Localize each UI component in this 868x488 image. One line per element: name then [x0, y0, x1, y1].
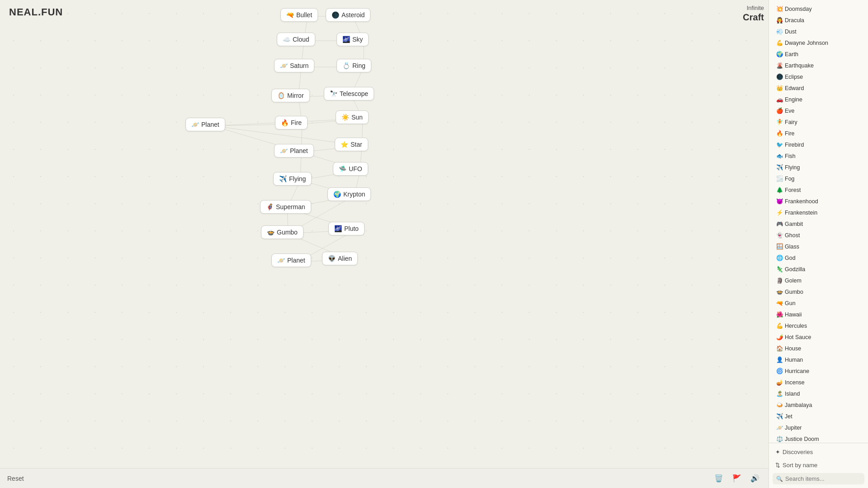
discoveries-button[interactable]: ✦ Discoveries: [773, 447, 864, 457]
node-fire[interactable]: 🔥Fire: [275, 116, 308, 129]
volume-icon[interactable]: 🔊: [749, 472, 761, 485]
node-telescope[interactable]: 🔭Telescope: [324, 87, 374, 100]
node-star[interactable]: ⭐Star: [335, 138, 368, 151]
sidebar-label: Godzilla: [785, 266, 805, 273]
craft-title: Infinite Craft: [743, 5, 764, 23]
sidebar-label: Dwayne Johnson: [785, 40, 828, 46]
sidebar-item-glass[interactable]: 🪟Glass: [773, 241, 864, 252]
node-sun[interactable]: ☀️Sun: [336, 110, 369, 124]
sidebar-item-dwayne-johnson[interactable]: 💪Dwayne Johnson: [773, 38, 864, 48]
node-bullet[interactable]: 🔫Bullet: [280, 8, 318, 22]
sidebar-item-house[interactable]: 🏠House: [773, 343, 864, 354]
sidebar-label: Forest: [785, 187, 801, 193]
node-gumbo[interactable]: 🍲Gumbo: [261, 225, 304, 239]
sidebar-item-frankenhood[interactable]: 😈Frankenhood: [773, 196, 864, 206]
sidebar-item-eclipse[interactable]: 🌑Eclipse: [773, 72, 864, 82]
sidebar-item-gun[interactable]: 🔫Gun: [773, 298, 864, 308]
sidebar-emoji: 🦎: [776, 266, 783, 273]
sidebar-item-hurricane[interactable]: 🌀Hurricane: [773, 366, 864, 376]
node-label-flying: Flying: [289, 175, 306, 182]
sidebar-item-dracula[interactable]: 🧛Dracula: [773, 15, 864, 25]
sidebar-item-justice-doom[interactable]: ⚖️Justice Doom: [773, 434, 864, 443]
sidebar-item-incense[interactable]: 🪔Incense: [773, 377, 864, 388]
node-ring[interactable]: 💍Ring: [337, 59, 371, 72]
node-alien[interactable]: 👽Alien: [322, 252, 358, 265]
node-sky[interactable]: 🌌Sky: [337, 33, 369, 46]
sidebar-emoji: 🚗: [776, 96, 783, 103]
node-emoji-flying: ✈️: [279, 175, 287, 182]
sidebar-item-human[interactable]: 👤Human: [773, 354, 864, 365]
node-krypton[interactable]: 🌍Krypton: [327, 187, 371, 201]
sidebar-emoji: 🪐: [776, 424, 783, 431]
sidebar-emoji: 👻: [776, 232, 783, 239]
sidebar-item-hot-sauce[interactable]: 🌶️Hot Sauce: [773, 332, 864, 342]
sidebar-item-hawaii[interactable]: 🌺Hawaii: [773, 309, 864, 320]
search-input[interactable]: [785, 475, 861, 482]
sidebar-item-godzilla[interactable]: 🦎Godzilla: [773, 264, 864, 274]
node-planet3[interactable]: 🪐Planet: [271, 254, 311, 267]
node-planet1[interactable]: 🪐Planet: [185, 118, 225, 131]
sidebar-item-gumbo[interactable]: 🍲Gumbo: [773, 287, 864, 297]
sidebar-item-earth[interactable]: 🌍Earth: [773, 49, 864, 59]
sidebar-item-earthquake[interactable]: 🌋Earthquake: [773, 60, 864, 71]
sidebar-item-doomsday[interactable]: 💥Doomsday: [773, 4, 864, 14]
sidebar-item-ghost[interactable]: 👻Ghost: [773, 230, 864, 240]
sidebar-item-god[interactable]: 🌐God: [773, 253, 864, 263]
sidebar-item-fairy[interactable]: 🧚Fairy: [773, 117, 864, 127]
sidebar-item-engine[interactable]: 🚗Engine: [773, 94, 864, 105]
sidebar-emoji: ✈️: [776, 164, 783, 171]
sidebar-item-island[interactable]: 🏝️Island: [773, 388, 864, 399]
sidebar-label: Gumbo: [785, 289, 803, 295]
reset-button[interactable]: Reset: [7, 475, 24, 482]
flag-icon[interactable]: 🚩: [730, 472, 743, 485]
node-label-krypton: Krypton: [343, 191, 365, 198]
node-planet2[interactable]: 🪐Planet: [274, 144, 314, 158]
sidebar-item-edward[interactable]: 👑Edward: [773, 83, 864, 93]
node-emoji-star: ⭐: [341, 141, 348, 148]
sidebar-label: Doomsday: [785, 6, 812, 12]
node-label-star: Star: [351, 141, 362, 148]
sidebar: 💥Doomsday🧛Dracula💨Dust💪Dwayne Johnson🌍Ea…: [768, 0, 868, 488]
bottom-bar: Reset 🗑️ 🚩 🔊: [0, 468, 768, 488]
sidebar-label: Island: [785, 391, 800, 397]
sidebar-emoji: 🌲: [776, 187, 783, 193]
node-ufo[interactable]: 🛸UFO: [333, 162, 368, 176]
node-emoji-bullet: 🔫: [286, 11, 294, 19]
sidebar-item-frankenstein[interactable]: ⚡Frankenstein: [773, 207, 864, 218]
node-label-saturn: Saturn: [290, 62, 308, 69]
node-pluto[interactable]: 🌌Pluto: [328, 222, 365, 235]
node-flying[interactable]: ✈️Flying: [273, 172, 312, 186]
trash-icon[interactable]: 🗑️: [712, 472, 725, 485]
sidebar-item-fire[interactable]: 🔥Fire: [773, 128, 864, 139]
node-emoji-superman: 🦸: [266, 203, 274, 211]
sort-button[interactable]: ⇅ Sort by name: [773, 460, 864, 470]
sidebar-item-fog[interactable]: 🌫️Fog: [773, 173, 864, 184]
sidebar-emoji: 😈: [776, 198, 783, 205]
sidebar-emoji: 🏝️: [776, 390, 783, 397]
node-asteroid[interactable]: 🌑Asteroid: [326, 8, 370, 22]
node-mirror[interactable]: 🪞Mirror: [271, 89, 310, 102]
sidebar-label: House: [785, 345, 801, 352]
sidebar-emoji: 🔫: [776, 300, 783, 306]
node-superman[interactable]: 🦸Superman: [260, 200, 311, 214]
sidebar-item-jambalaya[interactable]: 🍛Jambalaya: [773, 400, 864, 410]
node-saturn[interactable]: 🪐Saturn: [274, 59, 314, 72]
sidebar-item-jupiter[interactable]: 🪐Jupiter: [773, 422, 864, 433]
sidebar-item-firebird[interactable]: 🐦Firebird: [773, 139, 864, 150]
node-label-ufo: UFO: [349, 165, 362, 172]
sidebar-item-fish[interactable]: 🐟Fish: [773, 151, 864, 161]
sidebar-item-forest[interactable]: 🌲Forest: [773, 185, 864, 195]
node-label-gumbo: Gumbo: [277, 229, 298, 236]
sidebar-item-gambit[interactable]: 🎮Gambit: [773, 219, 864, 229]
sidebar-emoji: 🌺: [776, 311, 783, 318]
sidebar-item-hercules[interactable]: 💪Hercules: [773, 321, 864, 331]
node-cloud[interactable]: ☁️Cloud: [277, 33, 315, 46]
node-label-bullet: Bullet: [296, 11, 312, 19]
sidebar-item-jet[interactable]: ✈️Jet: [773, 411, 864, 421]
sidebar-item-golem[interactable]: 🗿Golem: [773, 275, 864, 286]
sidebar-item-dust[interactable]: 💨Dust: [773, 26, 864, 37]
sidebar-item-flying[interactable]: ✈️Flying: [773, 162, 864, 172]
sidebar-emoji: 🗿: [776, 277, 783, 284]
sidebar-label: Eve: [785, 108, 795, 114]
sidebar-item-eve[interactable]: 🍎Eve: [773, 105, 864, 116]
